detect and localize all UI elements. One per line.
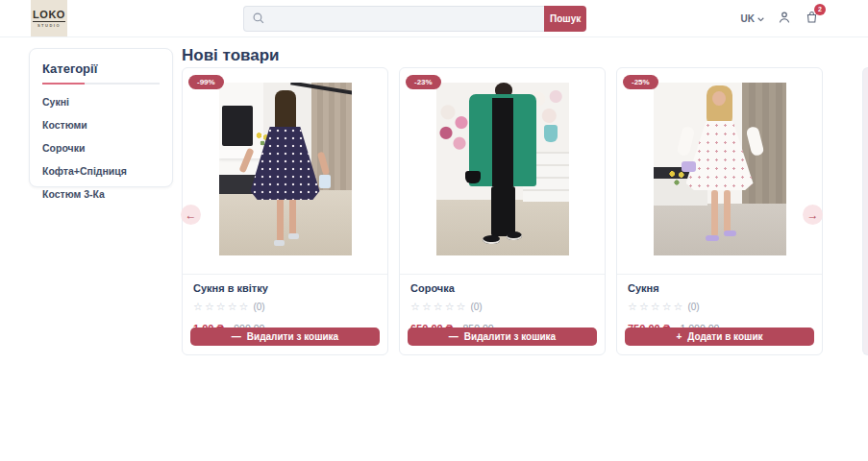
rating-row: ☆☆☆☆☆(0)	[628, 301, 811, 313]
scene-handbag	[465, 171, 481, 183]
language-selector[interactable]: UK	[741, 13, 764, 24]
star-icon: ☆	[193, 301, 205, 312]
add-to-cart-button[interactable]: + Додати в кошик	[625, 328, 814, 346]
rating-count: (0)	[253, 302, 264, 312]
rating-row: ☆☆☆☆☆(0)	[193, 301, 377, 313]
sidebar-item-suit-3pc[interactable]: Костюм 3-Ка	[42, 188, 160, 200]
product-carousel: -99% Сукня в квітку	[182, 67, 823, 355]
star-icon: ☆	[445, 301, 457, 312]
star-icon: ☆	[410, 301, 422, 312]
product-card: -99% Сукня в квітку	[182, 67, 388, 355]
cart-button-label: Додати в кошик	[687, 331, 762, 342]
card-divider	[183, 274, 387, 275]
scene-wood-panel	[311, 83, 352, 190]
scene-face	[712, 91, 726, 106]
arrow-right-icon: →	[807, 208, 819, 222]
logo-title: LOKO	[33, 9, 65, 21]
scene-handbag	[319, 175, 331, 188]
search-icon	[252, 12, 265, 29]
logo-subtitle: STUDIO	[37, 23, 61, 28]
star-icon: ☆	[628, 301, 639, 312]
discount-badge: -25%	[623, 75, 658, 89]
search-button[interactable]: Пошук	[544, 6, 586, 32]
user-icon	[777, 10, 792, 29]
card-divider	[617, 274, 822, 275]
minus-icon: —	[449, 331, 459, 342]
scene-tv	[222, 106, 253, 146]
product-card: -23% Сорочка ☆☆☆☆☆(0)	[399, 67, 606, 355]
categories-panel: Категорії Сукні Костюми Сорочки Кофта+Сп…	[29, 48, 173, 187]
scene-leg	[724, 190, 731, 232]
cart-button-label: Видалити з кошика	[247, 331, 338, 342]
carousel-prev-button[interactable]: ←	[181, 205, 201, 225]
account-button[interactable]	[777, 10, 792, 29]
star-icon: ☆	[228, 301, 239, 312]
arrow-left-icon: ←	[186, 208, 197, 222]
cart-button-label: Видалити з кошика	[464, 331, 556, 342]
remove-from-cart-button[interactable]: — Видалити з кошика	[190, 328, 380, 346]
scene-vase	[544, 125, 558, 142]
search-bar: Пошук	[243, 6, 586, 32]
header-actions: UK 2	[741, 0, 819, 37]
discount-badge: -23%	[406, 75, 441, 89]
star-icon: ☆	[662, 301, 674, 312]
scene-handbag	[682, 161, 696, 172]
star-icon: ☆	[205, 301, 216, 312]
plus-icon: +	[676, 331, 682, 342]
sidebar-item-shirts[interactable]: Сорочки	[42, 142, 160, 154]
star-icon: ☆	[457, 301, 468, 312]
remove-from-cart-button[interactable]: — Видалити з кошика	[408, 328, 597, 346]
sidebar-item-sweater-skirt[interactable]: Кофта+Спідниця	[42, 165, 160, 177]
language-label: UK	[741, 13, 755, 24]
discount-badge: -99%	[188, 75, 224, 89]
rating-count: (0)	[470, 302, 482, 312]
next-card-peek	[862, 67, 868, 355]
scene-sleeve	[676, 126, 695, 157]
scene-leg	[289, 198, 296, 236]
scene-shoe	[274, 240, 285, 246]
star-icon: ☆	[674, 301, 685, 312]
star-icon: ☆	[239, 301, 251, 312]
scene-black-top	[492, 98, 513, 186]
cart-button[interactable]: 2	[805, 10, 819, 29]
page-title: Нові товари	[182, 46, 280, 65]
scene-leg	[277, 198, 284, 242]
card-divider	[400, 274, 605, 275]
rating-row: ☆☆☆☆☆(0)	[410, 301, 594, 313]
sidebar-item-dresses[interactable]: Сукні	[42, 96, 160, 108]
scene-shoe	[288, 233, 299, 239]
scene-leg	[711, 190, 718, 236]
product-photo[interactable]	[436, 83, 569, 255]
product-name[interactable]: Сукня в квітку	[193, 282, 377, 294]
sidebar-item-suits[interactable]: Костюми	[42, 119, 160, 131]
scene-legs	[491, 186, 515, 236]
logo[interactable]: LOKO STUDIO	[31, 0, 67, 36]
chevron-down-icon	[757, 13, 764, 24]
product-name[interactable]: Сукня	[628, 282, 811, 294]
scene-shoe	[724, 230, 736, 236]
scene-flowers	[665, 169, 688, 188]
star-icon: ☆	[651, 301, 662, 312]
search-input[interactable]	[243, 6, 544, 32]
scene-shoe	[706, 235, 719, 241]
product-name[interactable]: Сорочка	[410, 282, 594, 294]
cart-count-badge: 2	[814, 4, 826, 15]
product-card: -25% Сукня ☆☆☆☆☆(0)	[616, 67, 823, 355]
scene-shoe	[507, 231, 522, 240]
scene-shoe	[483, 235, 500, 244]
categories-title: Категорії	[42, 61, 160, 76]
product-photo[interactable]	[219, 83, 352, 255]
categories-underline	[42, 83, 160, 85]
product-photo[interactable]	[654, 83, 786, 255]
rating-count: (0)	[687, 302, 699, 312]
star-icon: ☆	[434, 301, 445, 312]
carousel-next-button[interactable]: →	[803, 205, 823, 225]
header: LOKO STUDIO Пошук UK	[0, 0, 868, 37]
star-icon: ☆	[639, 301, 651, 312]
minus-icon: —	[232, 331, 241, 342]
star-icon: ☆	[422, 301, 434, 312]
star-icon: ☆	[216, 301, 228, 312]
